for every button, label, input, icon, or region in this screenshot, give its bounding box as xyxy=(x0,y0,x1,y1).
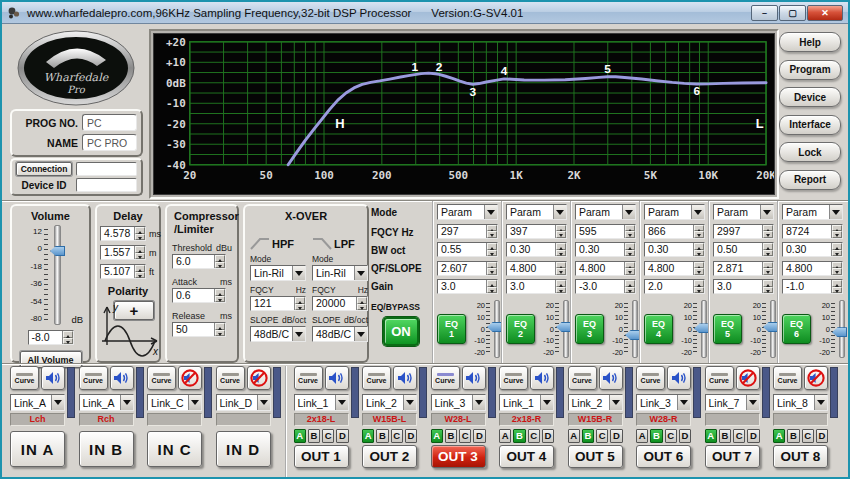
link-select[interactable]: Link_1 xyxy=(499,394,554,411)
spinner-arrows[interactable] xyxy=(294,297,305,310)
maximize-button[interactable]: ▢ xyxy=(779,5,806,21)
curve-button[interactable]: Curve xyxy=(499,366,528,390)
spinner-arrows[interactable] xyxy=(693,280,704,293)
channel-button[interactable]: OUT 8 xyxy=(773,445,828,468)
spinner-arrows[interactable] xyxy=(762,262,773,275)
link-select[interactable]: Link_C xyxy=(147,394,202,411)
link-select[interactable]: Link_3 xyxy=(431,394,486,411)
spinner-arrows[interactable] xyxy=(555,225,566,238)
eq-band-button[interactable]: EQ2 xyxy=(506,314,535,344)
chevron-down-icon[interactable] xyxy=(257,395,270,410)
spinner-arrows[interactable] xyxy=(624,262,635,275)
route-button[interactable]: B xyxy=(513,429,525,443)
route-button[interactable]: B xyxy=(719,429,731,443)
eq-fqcy-spinner[interactable]: 595 xyxy=(575,224,636,239)
route-button[interactable]: C xyxy=(596,429,608,443)
speaker-mute-button[interactable] xyxy=(110,366,134,390)
interface-button[interactable]: Interface xyxy=(779,115,841,135)
channel-button[interactable]: IN C xyxy=(147,431,202,467)
lpf-fqcy-spinner[interactable]: 20000 xyxy=(312,296,368,311)
route-button[interactable]: D xyxy=(610,429,622,443)
volume-value-spinner[interactable]: -8.0 xyxy=(28,330,74,345)
spinner-arrows[interactable] xyxy=(624,243,635,256)
spinner-arrows[interactable] xyxy=(762,243,773,256)
eq-fqcy-spinner[interactable]: 866 xyxy=(644,224,705,239)
eq-mode-select[interactable]: Param xyxy=(437,204,498,220)
speaker-mute-button[interactable] xyxy=(41,366,65,390)
speaker-mute-button[interactable] xyxy=(667,366,691,390)
spinner-arrows[interactable] xyxy=(831,262,842,275)
speaker-mute-button[interactable] xyxy=(325,366,349,390)
curve-button[interactable]: Curve xyxy=(636,366,665,390)
threshold-spinner[interactable]: 6.0 xyxy=(172,254,226,269)
eq-fqcy-spinner[interactable]: 8724 xyxy=(782,224,843,239)
chevron-down-icon[interactable] xyxy=(335,395,348,410)
curve-button[interactable]: Curve xyxy=(216,366,245,390)
eq-mode-select[interactable]: Param xyxy=(506,204,567,220)
eq-mode-select[interactable]: Param xyxy=(713,204,774,220)
eq-gain-spinner[interactable]: -3.0 xyxy=(575,279,636,294)
channel-button[interactable]: OUT 5 xyxy=(568,445,623,468)
eq-qf-spinner[interactable]: 4.800 xyxy=(644,261,705,276)
lpf-slope-select[interactable]: 48dB/C xyxy=(312,326,368,342)
speaker-mute-button[interactable] xyxy=(599,366,623,390)
spinner-arrows[interactable] xyxy=(555,280,566,293)
eq-band-button[interactable]: EQ4 xyxy=(644,314,673,344)
eq-band-button[interactable]: EQ5 xyxy=(713,314,742,344)
speaker-mute-button[interactable] xyxy=(178,366,202,390)
link-select[interactable]: Link_1 xyxy=(294,394,349,411)
minimize-button[interactable]: – xyxy=(751,5,778,21)
spinner-arrows[interactable] xyxy=(486,262,497,275)
spinner-arrows[interactable] xyxy=(624,225,635,238)
route-button[interactable]: D xyxy=(816,429,828,443)
route-button[interactable]: A xyxy=(499,429,511,443)
link-select[interactable]: Link_2 xyxy=(568,394,623,411)
chevron-down-icon[interactable] xyxy=(51,395,64,410)
link-select[interactable]: Link_7 xyxy=(705,394,760,411)
route-button[interactable]: B xyxy=(582,429,594,443)
chevron-down-icon[interactable] xyxy=(403,395,416,410)
spinner-arrows[interactable] xyxy=(831,225,842,238)
eq-bw-spinner[interactable]: 0.30 xyxy=(644,242,705,257)
route-button[interactable]: C xyxy=(528,429,540,443)
eq-mode-select[interactable]: Param xyxy=(575,204,636,220)
spinner-arrows[interactable] xyxy=(693,225,704,238)
eq-bw-spinner[interactable]: 0.30 xyxy=(782,242,843,257)
spinner-arrows[interactable] xyxy=(134,265,145,278)
link-select[interactable]: Link_3 xyxy=(636,394,691,411)
channel-button[interactable]: IN B xyxy=(79,431,134,467)
program-button[interactable]: Program xyxy=(779,60,841,80)
channel-button[interactable]: IN D xyxy=(216,431,271,467)
eq-gain-spinner[interactable]: -1.0 xyxy=(782,279,843,294)
help-button[interactable]: Help xyxy=(779,32,841,52)
hpf-slope-select[interactable]: 48dB/C xyxy=(250,326,306,342)
eq-curve-plot[interactable]: +20+100dB-10-20-30-4020501002005001K2K5K… xyxy=(154,34,774,194)
route-button[interactable]: A xyxy=(773,429,785,443)
spinner-arrows[interactable] xyxy=(693,262,704,275)
route-button[interactable]: A xyxy=(431,429,443,443)
route-button[interactable]: B xyxy=(376,429,388,443)
curve-button[interactable]: Curve xyxy=(773,366,802,390)
lock-button[interactable]: Lock xyxy=(779,142,841,162)
curve-button[interactable]: Curve xyxy=(147,366,176,390)
route-button[interactable]: A xyxy=(705,429,717,443)
eq-mode-select[interactable]: Param xyxy=(644,204,705,220)
report-button[interactable]: Report xyxy=(779,170,841,190)
close-button[interactable]: ✕ xyxy=(807,5,843,21)
attack-spinner[interactable]: 0.6 xyxy=(172,288,226,303)
route-button[interactable]: D xyxy=(542,429,554,443)
speaker-mute-button[interactable] xyxy=(247,366,271,390)
spinner-arrows[interactable] xyxy=(831,243,842,256)
eq-bw-spinner[interactable]: 0.50 xyxy=(713,242,774,257)
link-select[interactable]: Link_A xyxy=(10,394,65,411)
route-button[interactable]: B xyxy=(787,429,799,443)
route-button[interactable]: A xyxy=(636,429,648,443)
channel-button[interactable]: IN A xyxy=(10,431,65,467)
volume-slider-track[interactable] xyxy=(54,225,61,325)
eq-bw-spinner[interactable]: 0.30 xyxy=(506,242,567,257)
route-button[interactable]: D xyxy=(405,429,417,443)
chevron-down-icon[interactable] xyxy=(188,395,201,410)
eq-fqcy-spinner[interactable]: 297 xyxy=(437,224,498,239)
channel-button[interactable]: OUT 2 xyxy=(362,445,417,468)
eq-qf-spinner[interactable]: 4.800 xyxy=(782,261,843,276)
